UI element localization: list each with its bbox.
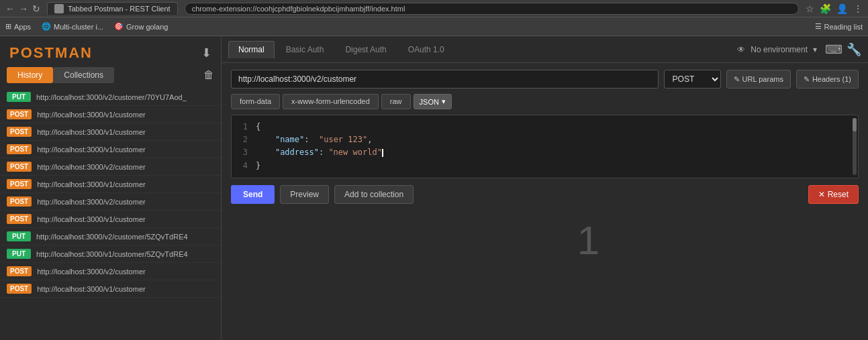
- sidebar: POSTMAN ⬇ History Collections 🗑 PUT http…: [0, 36, 222, 340]
- sidebar-tabs: History Collections 🗑: [0, 67, 221, 89]
- reload-button[interactable]: ↻: [32, 3, 40, 14]
- method-badge: POST: [7, 127, 32, 137]
- main-tabs-bar: Normal Basic Auth Digest Auth OAuth 1.0 …: [222, 36, 868, 63]
- editor-scrollbar[interactable]: [853, 118, 857, 175]
- headers-icon: ✎: [804, 75, 810, 84]
- bookmarks-bar: ⊞ Apps 🌐 Multi-cluster i... 🎯 Grow golan…: [0, 17, 868, 36]
- action-buttons: Send Preview Add to collection ✕ Reset: [231, 185, 859, 204]
- bookmark-apps[interactable]: ⊞ Apps: [5, 22, 31, 31]
- history-url: http://localhost:3000/v1/customer: [37, 111, 145, 119]
- url-buttons: ✎ URL params ✎ Headers (1): [726, 70, 859, 89]
- editor-scrollbar-thumb: [853, 118, 857, 131]
- method-badge: PUT: [7, 249, 31, 259]
- preview-button[interactable]: Preview: [280, 185, 329, 204]
- method-badge: PUT: [7, 92, 31, 102]
- bookmark-golang-label: Grow golang: [126, 23, 168, 31]
- history-list: PUT http://localhost:3000/v2/customer/70…: [0, 89, 221, 340]
- list-item[interactable]: PUT http://localhost:3000/v2/customer/70…: [0, 89, 221, 106]
- tab-raw[interactable]: raw: [381, 94, 411, 109]
- bookmark-golang[interactable]: 🎯 Grow golang: [114, 22, 168, 31]
- method-badge: POST: [7, 266, 32, 276]
- keyboard-icon[interactable]: ⌨: [825, 42, 842, 57]
- tab-normal[interactable]: Normal: [228, 41, 275, 58]
- request-area: POST GET PUT DELETE PATCH ✎ URL params ✎…: [222, 63, 868, 211]
- chrome-titlebar: ← → ↻ Tabbed Postman - REST Client chrom…: [0, 0, 868, 17]
- method-badge: POST: [7, 179, 32, 189]
- wrench-icon[interactable]: 🔧: [847, 42, 861, 57]
- apps-icon: ⊞: [5, 22, 11, 31]
- history-url: http://localhost:3000/v1/customer: [37, 146, 145, 154]
- method-select[interactable]: POST GET PUT DELETE PATCH: [664, 70, 721, 89]
- eye-icon[interactable]: 👁: [737, 45, 745, 54]
- history-url: http://localhost:3000/v2/customer/70YU7A…: [36, 93, 187, 101]
- history-url: http://localhost:3000/v1/customer: [37, 215, 145, 223]
- method-badge: POST: [7, 144, 32, 154]
- list-item[interactable]: POST http://localhost:3000/v1/customer: [0, 141, 221, 158]
- reading-list-label: Reading list: [824, 23, 863, 31]
- list-item[interactable]: POST http://localhost:3000/v1/customer: [0, 123, 221, 141]
- list-item[interactable]: POST http://localhost:3000/v1/customer: [0, 211, 221, 228]
- env-label: No environment: [751, 45, 808, 54]
- browser-nav-icons: ← → ↻: [5, 3, 40, 14]
- method-badge: POST: [7, 284, 32, 294]
- response-area: 1: [222, 211, 868, 340]
- list-item[interactable]: POST http://localhost:3000/v1/customer: [0, 280, 221, 298]
- add-collection-button[interactable]: Add to collection: [334, 185, 414, 204]
- tab-digest-auth[interactable]: Digest Auth: [335, 41, 396, 58]
- browser-tab[interactable]: Tabbed Postman - REST Client: [47, 2, 178, 15]
- postman-logo: POSTMAN: [9, 44, 93, 62]
- tab-favicon: [54, 4, 64, 13]
- method-badge: PUT: [7, 231, 31, 241]
- tab-json[interactable]: JSON ▾: [414, 94, 452, 109]
- menu-icon[interactable]: ⋮: [853, 3, 863, 14]
- code-editor[interactable]: 1 2 3 4 { "name": "user 123", "address":…: [231, 115, 859, 178]
- list-item[interactable]: POST http://localhost:3000/v2/customer: [0, 263, 221, 280]
- trash-icon[interactable]: 🗑: [203, 69, 214, 81]
- json-chevron-icon: ▾: [442, 97, 446, 106]
- history-url: http://localhost:3000/v2/customer: [37, 163, 145, 171]
- history-url: http://localhost:3000/v2/customer: [37, 268, 145, 276]
- line-numbers: 1 2 3 4: [237, 121, 248, 172]
- list-item[interactable]: POST http://localhost:3000/v2/customer: [0, 193, 221, 211]
- tab-url-encoded[interactable]: x-www-form-urlencoded: [283, 94, 379, 109]
- sidebar-tab-history[interactable]: History: [7, 67, 53, 83]
- method-badge: POST: [7, 109, 32, 119]
- download-icon[interactable]: ⬇: [201, 46, 211, 60]
- toolbar-icons: ⌨ 🔧: [825, 42, 861, 57]
- env-chevron-icon: ▾: [813, 45, 817, 54]
- code-body[interactable]: { "name": "user 123", "address": "new wo…: [256, 121, 853, 172]
- extension-icon[interactable]: 🧩: [820, 3, 831, 14]
- response-number: 1: [577, 217, 599, 264]
- forward-button[interactable]: →: [19, 3, 28, 14]
- reading-list[interactable]: ☰ Reading list: [815, 22, 863, 31]
- postman-logo-bar: POSTMAN ⬇: [0, 36, 221, 67]
- url-bar: POST GET PUT DELETE PATCH ✎ URL params ✎…: [231, 70, 859, 89]
- list-item[interactable]: POST http://localhost:3000/v1/customer: [0, 176, 221, 193]
- params-icon: ✎: [734, 75, 740, 84]
- browser-toolbar: ☆ 🧩 👤 ⋮: [806, 3, 863, 14]
- url-params-button[interactable]: ✎ URL params: [726, 70, 791, 89]
- headers-button[interactable]: ✎ Headers (1): [796, 70, 859, 89]
- url-input[interactable]: [231, 70, 659, 89]
- star-icon[interactable]: ☆: [806, 3, 814, 14]
- tab-title: Tabbed Postman - REST Client: [68, 5, 171, 13]
- back-button[interactable]: ←: [5, 3, 15, 14]
- history-url: http://localhost:3000/v1/customer/5ZQvTd…: [36, 250, 188, 258]
- profile-icon[interactable]: 👤: [836, 3, 848, 14]
- tab-form-data[interactable]: form-data: [231, 94, 280, 109]
- reading-list-icon: ☰: [815, 22, 822, 31]
- list-item[interactable]: POST http://localhost:3000/v1/customer: [0, 106, 221, 123]
- send-button[interactable]: Send: [231, 185, 275, 204]
- body-tabs: form-data x-www-form-urlencoded raw JSON…: [231, 94, 859, 109]
- list-item[interactable]: PUT http://localhost:3000/v1/customer/5Z…: [0, 245, 221, 263]
- main-content: Normal Basic Auth Digest Auth OAuth 1.0 …: [222, 36, 868, 340]
- bookmark-multicluster[interactable]: 🌐 Multi-cluster i...: [42, 22, 103, 31]
- address-bar[interactable]: chrome-extension://coohjcphdfgbiolnekdpb…: [185, 3, 799, 15]
- tab-oauth1[interactable]: OAuth 1.0: [398, 41, 454, 58]
- tab-basic-auth[interactable]: Basic Auth: [276, 41, 334, 58]
- list-item[interactable]: POST http://localhost:3000/v2/customer: [0, 158, 221, 176]
- list-item[interactable]: PUT http://localhost:3000/v2/customer/5Z…: [0, 228, 221, 245]
- env-selector[interactable]: 👁 No environment ▾: [737, 45, 817, 54]
- reset-button[interactable]: ✕ Reset: [808, 185, 859, 204]
- sidebar-tab-collections[interactable]: Collections: [53, 67, 114, 83]
